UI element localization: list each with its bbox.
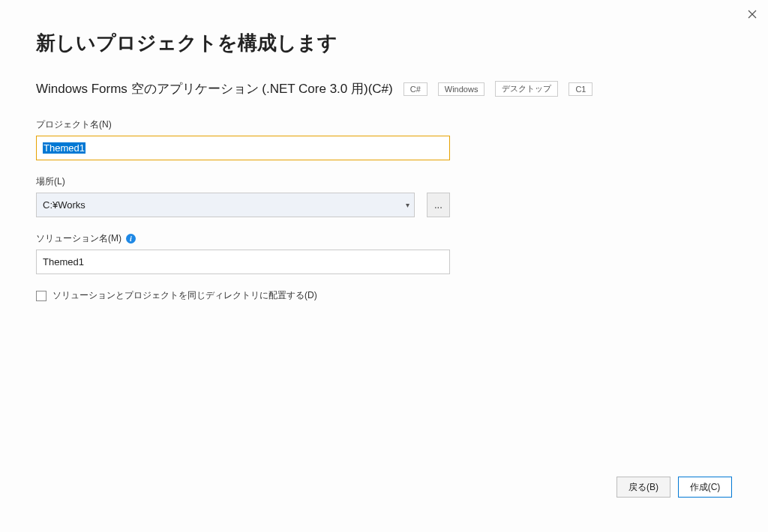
field-location: 場所(L) C:¥Works ▾ ... <box>36 175 450 217</box>
template-tag: C# <box>404 82 428 96</box>
location-value: C:¥Works <box>43 199 86 211</box>
solution-name-input[interactable]: Themed1 <box>36 250 450 274</box>
page-title: 新しいプロジェクトを構成します <box>36 30 732 56</box>
browse-label: ... <box>434 199 442 211</box>
back-button-label: 戻る(B) <box>628 481 658 494</box>
solution-name-value: Themed1 <box>43 256 84 267</box>
template-name: Windows Forms 空のアプリケーション (.NET Core 3.0 … <box>36 80 393 97</box>
back-button[interactable]: 戻る(B) <box>616 477 670 498</box>
place-same-directory-row[interactable]: ソリューションとプロジェクトを同じディレクトリに配置する(D) <box>36 289 732 302</box>
project-name-value: Themed1 <box>43 142 86 154</box>
checkbox-label: ソリューションとプロジェクトを同じディレクトリに配置する(D) <box>52 289 317 302</box>
create-button-label: 作成(C) <box>690 481 721 494</box>
dialog-footer: 戻る(B) 作成(C) <box>616 477 732 498</box>
field-solution-name: ソリューション名(M) i Themed1 <box>36 232 450 274</box>
project-name-label: プロジェクト名(N) <box>36 118 450 131</box>
template-tag: C1 <box>568 82 592 96</box>
browse-button[interactable]: ... <box>427 193 450 217</box>
close-button[interactable] <box>744 6 760 22</box>
info-icon[interactable]: i <box>126 234 136 244</box>
checkbox-icon[interactable] <box>36 291 46 301</box>
chevron-down-icon: ▾ <box>406 201 410 209</box>
template-header: Windows Forms 空のアプリケーション (.NET Core 3.0 … <box>36 80 732 97</box>
close-icon <box>748 10 757 19</box>
template-tag: Windows <box>438 82 485 96</box>
dialog-configure-new-project: 新しいプロジェクトを構成します Windows Forms 空のアプリケーション… <box>0 0 768 532</box>
create-button[interactable]: 作成(C) <box>678 477 732 498</box>
template-tag: デスクトップ <box>495 81 558 97</box>
field-project-name: プロジェクト名(N) Themed1 <box>36 118 450 160</box>
project-name-input[interactable]: Themed1 <box>36 136 450 160</box>
location-label: 場所(L) <box>36 175 450 188</box>
location-combo[interactable]: C:¥Works ▾ <box>36 193 415 217</box>
solution-name-label: ソリューション名(M) <box>36 232 122 245</box>
dialog-content: 新しいプロジェクトを構成します Windows Forms 空のアプリケーション… <box>0 0 768 302</box>
